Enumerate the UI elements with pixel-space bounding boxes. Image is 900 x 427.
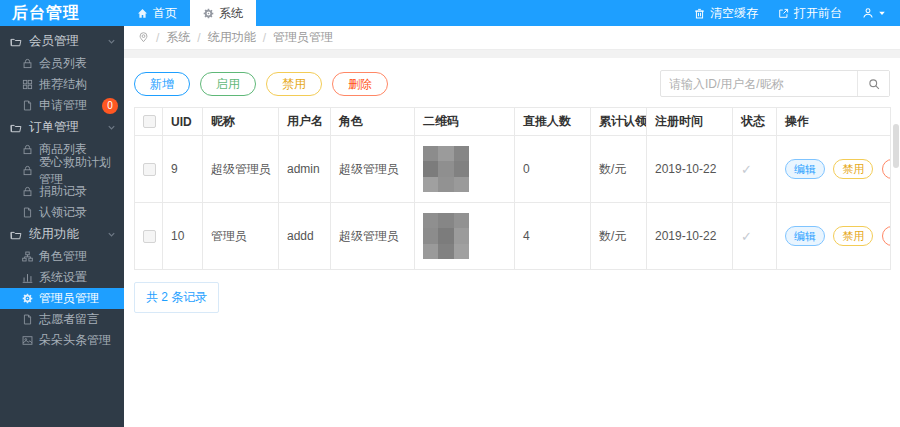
sidebar-section-orders[interactable]: 订单管理 xyxy=(0,116,124,139)
col-direct-referrals: 直推人数 xyxy=(515,108,591,136)
row-checkbox[interactable] xyxy=(143,230,156,243)
trash-icon xyxy=(694,8,705,19)
topbar: 后台管理 首页 系统 清空缓存 打开前台 xyxy=(0,0,900,26)
sidebar-item-referral-structure[interactable]: 推荐结构 xyxy=(0,74,124,95)
item-label: 推荐结构 xyxy=(39,76,87,93)
cell-username: addd xyxy=(279,203,331,270)
sidebar-section-members[interactable]: 会员管理 xyxy=(0,30,124,53)
cell-claims: 数/元 xyxy=(591,203,647,270)
folder-icon xyxy=(10,122,22,134)
chevron-down-icon xyxy=(107,230,116,239)
section-label: 统用功能 xyxy=(29,226,79,243)
person-icon xyxy=(862,7,874,19)
col-actions: 操作 xyxy=(777,108,891,136)
lock-icon xyxy=(22,165,33,176)
file-icon xyxy=(22,100,33,111)
search-icon xyxy=(868,78,880,90)
cell-uid: 10 xyxy=(163,203,203,270)
cell-nickname: 超级管理员 xyxy=(203,136,279,203)
cell-role: 超级管理员 xyxy=(331,203,415,270)
cell-username: admin xyxy=(279,136,331,203)
col-register-time: 注册时间 xyxy=(647,108,733,136)
tab-home[interactable]: 首页 xyxy=(124,0,190,26)
enable-button[interactable]: 启用 xyxy=(200,72,256,96)
sidebar-item-role-mgmt[interactable]: 角色管理 xyxy=(0,246,124,267)
row-edit-button[interactable]: 编辑 xyxy=(785,226,825,246)
breadcrumb: / 系统 / 统用功能 / 管理员管理 xyxy=(124,26,900,50)
tab-system[interactable]: 系统 xyxy=(190,0,256,26)
table-row: 9 超级管理员 admin 超级管理员 0 数/元 2019-10-22 xyxy=(135,136,891,203)
gear-icon xyxy=(203,8,214,19)
folder-icon xyxy=(10,36,22,48)
add-button[interactable]: 新增 xyxy=(134,72,190,96)
open-front-link[interactable]: 打开前台 xyxy=(778,5,842,22)
sidebar-item-charity-plan-mgmt[interactable]: 爱心救助计划管理 xyxy=(0,160,124,181)
cell-register-time: 2019-10-22 xyxy=(647,136,733,203)
breadcrumb-admin-mgmt[interactable]: 管理员管理 xyxy=(273,29,333,46)
select-all-checkbox[interactable] xyxy=(143,115,156,128)
item-label: 管理员管理 xyxy=(39,290,99,307)
sidebar-item-system-settings[interactable]: 系统设置 xyxy=(0,267,124,288)
col-role: 角色 xyxy=(331,108,415,136)
search-input[interactable] xyxy=(661,71,857,96)
cell-direct-referrals: 4 xyxy=(515,203,591,270)
folder-icon xyxy=(10,229,22,241)
disable-button[interactable]: 禁用 xyxy=(266,72,322,96)
delete-button[interactable]: 删除 xyxy=(332,72,388,96)
qr-code-image xyxy=(423,213,469,259)
location-pin-icon xyxy=(138,32,149,43)
sidebar-item-member-list[interactable]: 会员列表 xyxy=(0,53,124,74)
cell-register-time: 2019-10-22 xyxy=(647,203,733,270)
toolbar: 新增 启用 禁用 删除 xyxy=(134,70,890,97)
row-delete-button[interactable]: 删除 xyxy=(882,159,891,179)
cell-role: 超级管理员 xyxy=(331,136,415,203)
col-status: 状态 xyxy=(733,108,777,136)
org-icon xyxy=(22,251,33,262)
qr-code-image xyxy=(423,146,469,192)
sidebar-item-volunteer-messages[interactable]: 志愿者留言 xyxy=(0,309,124,330)
breadcrumb-system[interactable]: 系统 xyxy=(166,29,190,46)
cell-claims: 数/元 xyxy=(591,136,647,203)
tab-bar: 首页 系统 xyxy=(124,0,256,26)
user-menu[interactable] xyxy=(862,7,886,19)
total-records-label: 共 2 条记录 xyxy=(134,282,219,313)
item-label: 系统设置 xyxy=(39,269,87,286)
search-box xyxy=(660,70,890,97)
file-icon xyxy=(22,207,33,218)
search-button[interactable] xyxy=(857,71,889,96)
item-label: 申请管理 xyxy=(39,97,87,114)
col-qrcode: 二维码 xyxy=(415,108,515,136)
breadcrumb-separator: / xyxy=(156,31,159,45)
grid-icon xyxy=(22,79,33,90)
section-label: 订单管理 xyxy=(29,119,79,136)
tab-system-label: 系统 xyxy=(219,5,243,22)
sidebar-item-admin-mgmt[interactable]: 管理员管理 xyxy=(0,288,124,309)
item-label: 朵朵头条管理 xyxy=(39,332,111,349)
clear-cache-link[interactable]: 清空缓存 xyxy=(694,5,758,22)
status-check-icon: ✓ xyxy=(741,229,752,244)
file-icon xyxy=(22,314,33,325)
external-link-icon xyxy=(778,8,789,19)
breadcrumb-separator: / xyxy=(197,31,200,45)
content-card: 新增 启用 禁用 删除 UID xyxy=(124,58,900,427)
row-disable-button[interactable]: 禁用 xyxy=(833,226,873,246)
sidebar-item-claim-records[interactable]: 认领记录 xyxy=(0,202,124,223)
sidebar-item-headlines-mgmt[interactable]: 朵朵头条管理 xyxy=(0,330,124,351)
sidebar: 会员管理 会员列表 推荐结构 申请管理 0 订单管理 xyxy=(0,26,124,427)
row-edit-button[interactable]: 编辑 xyxy=(785,159,825,179)
row-checkbox[interactable] xyxy=(143,163,156,176)
cell-uid: 9 xyxy=(163,136,203,203)
row-delete-button[interactable]: 删除 xyxy=(882,226,891,246)
status-check-icon: ✓ xyxy=(741,162,752,177)
chevron-down-icon xyxy=(107,37,116,46)
vertical-scrollbar-thumb[interactable] xyxy=(893,124,899,168)
row-disable-button[interactable]: 禁用 xyxy=(833,159,873,179)
item-label: 认领记录 xyxy=(39,204,87,221)
gear-icon xyxy=(22,293,33,304)
sidebar-item-application-mgmt[interactable]: 申请管理 0 xyxy=(0,95,124,116)
col-uid: UID xyxy=(163,108,203,136)
cell-direct-referrals: 0 xyxy=(515,136,591,203)
breadcrumb-common-functions[interactable]: 统用功能 xyxy=(208,29,256,46)
sidebar-section-common[interactable]: 统用功能 xyxy=(0,223,124,246)
cell-nickname: 管理员 xyxy=(203,203,279,270)
